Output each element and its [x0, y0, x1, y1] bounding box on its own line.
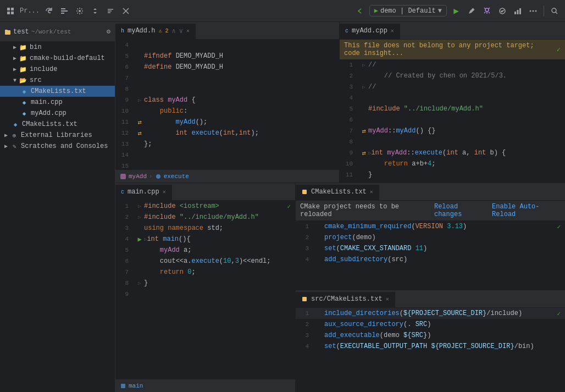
- expand-arrow[interactable]: ▼: [11, 76, 19, 84]
- sidebar-tool-1[interactable]: ⚙: [107, 27, 110, 36]
- sidebar-item-label: External Libraries: [21, 131, 92, 139]
- editor-pane-cmake: CMakeLists.txt ✕ CMake project needs to …: [296, 183, 565, 392]
- run-config[interactable]: ▶ demo | Default ▼: [369, 5, 447, 16]
- tab-myadd-cpp[interactable]: c myAdd.cpp ✕: [340, 24, 400, 39]
- code-line: 5 #ifndef DEMO_MYADD_H: [115, 51, 339, 62]
- code-editor-main-cpp[interactable]: 1 ▷ #include <iostream> ✓ 2 ▷ #include "…: [115, 201, 295, 379]
- reload-changes-link[interactable]: Reload changes: [434, 203, 488, 218]
- code-line: 11 }: [340, 169, 565, 180]
- build-btn[interactable]: [466, 5, 478, 17]
- sidebar-item-cmake-build[interactable]: ▶ 📁 cmake-build-default: [0, 53, 115, 64]
- code-editor-cmake-top[interactable]: 1 cmake_minimum_required(VERSION 3.13) ✓…: [296, 221, 565, 290]
- folder-icon: 📁: [19, 43, 27, 52]
- sidebar-item-src[interactable]: ▼ 📂 src: [0, 75, 115, 86]
- svg-rect-4: [61, 8, 65, 9]
- code-line: 6: [340, 114, 565, 125]
- code-line: 3 set(CMAKE_CXX_STANDARD 11): [296, 243, 565, 254]
- cmake-file-icon: ◆: [11, 120, 20, 129]
- code-line: 9: [115, 289, 295, 300]
- toolbar-project-label: Pr...: [20, 7, 40, 15]
- expand-arrow[interactable]: ▶: [2, 142, 10, 150]
- svg-rect-23: [302, 297, 307, 301]
- tab-main-cpp[interactable]: c main.cpp ✕: [115, 185, 172, 200]
- close-sidebar-btn[interactable]: [120, 5, 132, 17]
- tab-close-btn[interactable]: ✕: [391, 27, 394, 34]
- project-icon[interactable]: [4, 5, 16, 17]
- settings-btn[interactable]: [74, 5, 86, 17]
- svg-rect-10: [514, 12, 516, 14]
- notify-bar: CMake project needs to be reloaded Reloa…: [296, 201, 565, 221]
- svg-point-20: [156, 174, 160, 179]
- code-editor-cmake-bottom[interactable]: 1 include_directories(${PROJECT_SOURCE_D…: [296, 308, 565, 392]
- tab-src-cmakelists[interactable]: src/CMakeLists.txt ✕: [296, 292, 395, 307]
- toolbar-right: ▶ demo | Default ▼ ▶: [354, 5, 561, 17]
- profile-btn[interactable]: [512, 5, 524, 17]
- coverage-btn[interactable]: [496, 5, 508, 17]
- sidebar-item-scratches[interactable]: ▶ ✎ Scratches and Consoles: [0, 141, 115, 152]
- warning-text: This file does not belong to any project…: [344, 42, 552, 57]
- tab-myadd-h[interactable]: h myAdd.h ⚠ 2 ∧ ∨ ✕: [115, 24, 196, 39]
- folder-icon: 📁: [19, 54, 27, 63]
- tab-close-btn[interactable]: ✕: [163, 189, 166, 195]
- code-line: 5 myAdd a;: [115, 245, 295, 256]
- expand-arrow[interactable]: ▶: [2, 131, 10, 139]
- tab-bar-top-right: c myAdd.cpp ✕: [340, 22, 565, 40]
- chevron-down-icon: ∨: [179, 27, 183, 35]
- tab-label: myAdd.cpp: [352, 27, 387, 35]
- code-line: 7 return 0;: [115, 267, 295, 278]
- tab-close-btn[interactable]: ✕: [370, 189, 373, 195]
- code-editor-myadd-h[interactable]: 4 5 #ifndef DEMO_MYADD_H 6 #define DEMO_…: [115, 40, 339, 169]
- expand-arrow[interactable]: ▶: [11, 54, 19, 62]
- code-line: 3 using namespace std;: [115, 223, 295, 234]
- run-config-label: demo | Default: [380, 7, 436, 15]
- bc-fn: main: [129, 383, 143, 389]
- sidebar-item-main-cpp[interactable]: ◆ main.cpp: [0, 97, 115, 108]
- tab-bar-cmake-top: CMakeLists.txt ✕: [296, 183, 565, 201]
- search-btn[interactable]: [549, 5, 561, 17]
- expand-arrow[interactable]: ▶: [11, 65, 19, 73]
- tab-close-btn[interactable]: ✕: [386, 296, 389, 302]
- sidebar-item-external-libraries[interactable]: ▶ ⊕ External Libraries: [0, 130, 115, 141]
- main-toolbar: Pr... ▶ demo | Default ▼ ▶: [0, 0, 565, 22]
- code-line: 11 ⇄ myAdd();: [115, 117, 339, 128]
- external-icon: ⊕: [10, 131, 19, 140]
- sidebar-item-myadd-cpp[interactable]: ◆ myAdd.cpp: [0, 108, 115, 119]
- code-line: 1 ▷ //: [340, 59, 565, 70]
- code-line: 1 ▷ #include <iostream> ✓: [115, 201, 295, 212]
- sidebar-header: test ~/work/test ⚙: [0, 22, 115, 42]
- run-button[interactable]: ▶: [450, 5, 462, 17]
- sidebar-item-bin[interactable]: ▶ 📁 bin: [0, 42, 115, 53]
- expand-arrow[interactable]: ▶: [11, 43, 19, 51]
- sidebar-item-cmakelists-root[interactable]: ◆ CMakeLists.txt: [0, 119, 115, 130]
- svg-rect-2: [7, 12, 10, 14]
- collapse-btn[interactable]: [104, 5, 117, 17]
- sidebar-item-label: cmake-build-default: [30, 54, 105, 62]
- tab-close-btn[interactable]: ✕: [186, 27, 190, 34]
- svg-rect-1: [11, 8, 14, 10]
- code-line: 5 #include "../include/myAdd.h": [340, 103, 565, 114]
- code-editor-myadd-cpp[interactable]: 1 ▷ // 2 // Created by chen on 2021/5/3.…: [340, 59, 565, 183]
- tab-cmakelists[interactable]: CMakeLists.txt ✕: [296, 185, 379, 200]
- structure-btn[interactable]: [58, 5, 70, 17]
- sidebar-root-label: test: [13, 28, 29, 36]
- refresh-btn[interactable]: [43, 5, 55, 17]
- svg-rect-11: [517, 10, 519, 14]
- code-line: 3 ▷ //: [340, 81, 565, 92]
- cmake-icon: [301, 189, 308, 195]
- tab-bar-bottom-left: c main.cpp ✕: [115, 183, 295, 201]
- code-line: 6 #define DEMO_MYADD_H: [115, 62, 339, 73]
- svg-point-7: [79, 10, 81, 12]
- sidebar-item-cmakelists-src[interactable]: ◆ CMakeLists.txt: [0, 86, 115, 97]
- more-btn[interactable]: [527, 5, 539, 17]
- toolbar-left: Pr...: [4, 5, 354, 17]
- scroll-btn[interactable]: [89, 5, 101, 17]
- code-line: 12 ⇄ int execute(int,int);: [115, 128, 339, 139]
- back-btn[interactable]: [354, 5, 366, 17]
- auto-reload-link[interactable]: Enable Auto-Reload: [492, 203, 561, 218]
- class-icon: [120, 173, 126, 180]
- debug-btn[interactable]: [481, 5, 493, 17]
- sidebar-item-include[interactable]: ▶ 📁 include: [0, 64, 115, 75]
- svg-rect-19: [120, 174, 126, 179]
- code-line: 2 ▷ #include "../include/myAdd.h": [115, 212, 295, 223]
- sidebar-path: ~/work/test: [31, 29, 71, 35]
